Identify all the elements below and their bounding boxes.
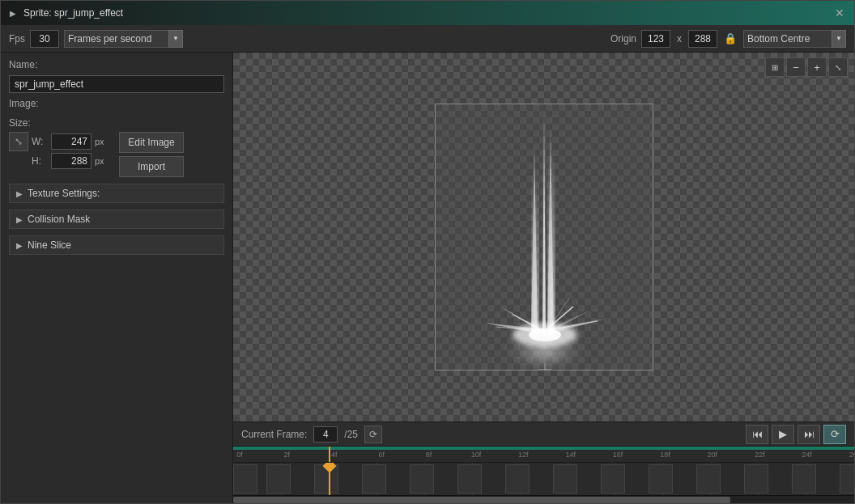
canvas-toolbar: ⊞ − + ⤡ <box>765 57 848 77</box>
edit-image-button[interactable]: Edit Image <box>119 132 184 153</box>
timeline: 0f2f4f6f8f10f12f14f16f18f20f22f24f26f <box>233 446 854 503</box>
size-inputs: ⤡ W: px H: px <box>9 132 106 169</box>
name-label: Name: <box>9 59 41 70</box>
texture-settings-header[interactable]: ▶ Texture Settings: <box>9 184 224 203</box>
zoom-out-button[interactable]: − <box>786 57 806 77</box>
top-toolbar: Fps Frames per second ▼ Origin x 🔒 Botto… <box>1 25 854 53</box>
ruler-label-20f: 20f <box>708 451 718 459</box>
ruler-label-8f: 8f <box>426 451 432 459</box>
sprite-display <box>436 104 653 371</box>
timeline-scrollbar-thumb[interactable] <box>233 497 730 503</box>
origin-mode-arrow[interactable]: ▼ <box>832 30 846 48</box>
first-frame-button[interactable]: ⏮ <box>746 425 768 444</box>
timeline-thumb-24f[interactable] <box>792 464 816 493</box>
ruler-label-6f: 6f <box>378 451 385 459</box>
canvas-area <box>233 53 854 421</box>
timeline-thumb-16f[interactable] <box>601 464 625 493</box>
timeline-thumb-10f[interactable] <box>457 464 482 493</box>
frame-total: /25 <box>344 429 358 440</box>
bottom-controls: Current Frame: /25 ⟳ ⏮ ▶ ⏭ ⟳ <box>233 421 854 446</box>
window-title: Sprite: spr_jump_effect <box>23 7 832 19</box>
zoom-grid-button[interactable]: ⊞ <box>765 57 785 77</box>
texture-settings-arrow: ▶ <box>16 189 23 198</box>
loop-play-button[interactable]: ⟳ <box>823 425 846 444</box>
size-label: Size: <box>9 117 224 129</box>
timeline-ruler: 0f2f4f6f8f10f12f14f16f18f20f22f24f26f <box>233 447 854 463</box>
timeline-thumb-8f[interactable] <box>410 464 434 493</box>
fps-mode-wrapper: Frames per second ▼ <box>64 30 183 48</box>
name-row: Name: <box>9 59 224 70</box>
nine-slice-header[interactable]: ▶ Nine Slice <box>9 235 224 255</box>
loop-button[interactable]: ⟳ <box>364 426 382 443</box>
nine-slice-label: Nine Slice <box>28 239 71 251</box>
timeline-thumb-20f[interactable] <box>696 464 721 493</box>
timeline-thumb-0f[interactable] <box>233 464 257 493</box>
close-button[interactable]: ✕ <box>832 5 848 21</box>
height-label: H: <box>32 155 48 167</box>
collision-mask-header[interactable]: ▶ Collision Mask <box>9 210 224 229</box>
ruler-label-12f: 12f <box>518 451 529 459</box>
timeline-thumb-22f[interactable] <box>744 464 768 493</box>
width-row: ⤡ W: px <box>9 132 106 151</box>
ruler-label-24f: 24f <box>802 451 812 459</box>
name-input-row <box>9 75 224 93</box>
image-buttons: Edit Image Import <box>119 132 184 177</box>
timeline-thumb-18f[interactable] <box>649 464 673 493</box>
import-button[interactable]: Import <box>119 156 184 177</box>
origin-x-input[interactable] <box>641 30 670 48</box>
ruler-label-2f: 2f <box>284 451 291 459</box>
width-input[interactable] <box>51 133 91 150</box>
current-frame-input[interactable] <box>313 426 338 443</box>
image-label: Image: <box>9 98 41 109</box>
ruler-label-row: 0f2f4f6f8f10f12f14f16f18f20f22f24f26f <box>240 449 854 463</box>
width-unit: px <box>95 137 106 146</box>
sprite-container <box>435 104 653 371</box>
timeline-thumb-26f[interactable] <box>840 464 854 493</box>
ruler-label-18f: 18f <box>660 451 670 459</box>
timeline-scrollbar[interactable] <box>233 495 854 503</box>
zoom-fit-button[interactable]: ⤡ <box>828 57 848 77</box>
image-size-row: ⤡ W: px H: px Edit Image <box>9 132 224 177</box>
ruler-label-16f: 16f <box>613 451 623 459</box>
timeline-thumb-14f[interactable] <box>553 464 577 493</box>
collision-mask-arrow: ▶ <box>16 215 23 224</box>
height-input[interactable] <box>51 153 91 169</box>
height-unit: px <box>95 156 106 166</box>
origin-y-input[interactable] <box>688 30 717 48</box>
origin-x-separator: x <box>677 33 682 44</box>
timeline-thumb-2f[interactable] <box>266 464 291 493</box>
main-content: Name: Image: Size: ⤡ W: px <box>1 53 854 503</box>
timeline-thumb-12f[interactable] <box>505 464 530 493</box>
ruler-label-22f: 22f <box>755 451 765 459</box>
timeline-ruler-labels: 0f2f4f6f8f10f12f14f16f18f20f22f24f26f <box>233 447 854 462</box>
zoom-in-button[interactable]: + <box>807 57 827 77</box>
origin-label: Origin <box>610 33 636 44</box>
fps-mode-select[interactable]: Frames per second <box>64 30 169 48</box>
timeline-thumb-6f[interactable] <box>362 464 386 493</box>
playhead[interactable] <box>329 463 330 495</box>
lock-icon[interactable]: 🔒 <box>722 30 738 48</box>
name-input[interactable] <box>9 75 224 93</box>
ruler-label-26f: 26f <box>849 451 854 459</box>
texture-settings-label: Texture Settings: <box>28 188 100 199</box>
fps-mode-arrow[interactable]: ▼ <box>168 30 183 48</box>
ruler-label-10f: 10f <box>471 451 482 459</box>
title-bar: ▶ Sprite: spr_jump_effect ✕ <box>1 1 854 25</box>
sprite-border <box>435 104 653 371</box>
play-button[interactable]: ▶ <box>772 425 794 444</box>
ruler-label-0f: 0f <box>236 451 243 459</box>
fps-label: Fps <box>9 33 25 44</box>
sprite-svg <box>436 104 653 371</box>
width-label: W: <box>32 136 48 147</box>
origin-mode-wrapper: Bottom Centre ▼ <box>743 30 846 48</box>
playback-controls: ⏮ ▶ ⏭ ⟳ <box>746 425 846 444</box>
nine-slice-arrow: ▶ <box>16 241 23 250</box>
fps-input[interactable] <box>30 30 59 48</box>
size-section: Size: ⤡ W: px H: px <box>9 117 224 177</box>
resize-icon[interactable]: ⤡ <box>9 132 28 151</box>
height-row: H: px <box>9 153 106 169</box>
last-frame-button[interactable]: ⏭ <box>798 425 820 444</box>
origin-mode-select[interactable]: Bottom Centre <box>743 30 832 48</box>
timeline-track[interactable] <box>233 463 854 495</box>
ruler-playhead <box>329 447 330 462</box>
